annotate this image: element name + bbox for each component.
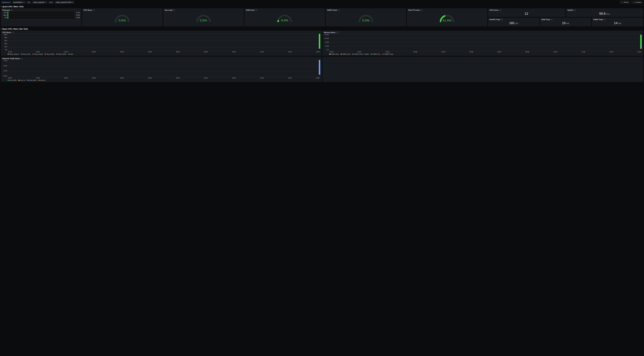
panel-cpu-basic[interactable]: CPU Basici 100%80%60%40%20%0% 18:0020:00…: [1, 31, 322, 56]
panel-title: RootFS Total: [490, 19, 500, 21]
panel-stat[interactable]: RAM Totali 15GiB: [540, 18, 591, 26]
legend-item[interactable]: RAM Total: [329, 53, 339, 55]
pressure-label: CPU: [2, 12, 7, 14]
legend-item[interactable]: RAM Used: [340, 53, 350, 55]
pressure-bar: [8, 12, 74, 14]
info-icon[interactable]: i: [338, 9, 340, 11]
gauge: 0.6%: [84, 12, 161, 25]
y-axis: 16 GiB12 GiB8 GiB4 GiB0 B: [324, 34, 329, 51]
external-link-icon: [621, 2, 622, 3]
gauge: 41.6%: [408, 12, 486, 25]
chevron-down-icon: [72, 2, 73, 3]
chart[interactable]: 16 GiB12 GiB8 GiB4 GiB0 B 18:0020:0022:0…: [324, 34, 642, 53]
row-quick[interactable]: ▾ Quick CPU / Mem / Disk: [1, 5, 643, 8]
link-label: GitHub: [624, 1, 629, 3]
legend-item[interactable]: Busy Other: [56, 53, 66, 55]
var-job-value[interactable]: node_exporter: [32, 1, 47, 4]
info-icon[interactable]: i: [336, 32, 338, 33]
panel-title: Pressure: [2, 9, 10, 11]
chevron-down-icon: ▾: [1, 6, 2, 8]
legend: Busy SystemBusy UserBusy IowaitBusy IRQs…: [2, 53, 320, 55]
var-label: Host: [50, 2, 53, 3]
info-icon[interactable]: i: [12, 32, 14, 33]
x-axis: 18:0020:0022:0000:0002:0004:0006:0008:00…: [8, 51, 320, 53]
panel-title: CPU Cores: [490, 9, 498, 11]
info-icon[interactable]: i: [604, 19, 606, 21]
var-label: Datasource: [2, 2, 10, 3]
plot-area: [8, 60, 320, 77]
row-title: Quick CPU / Mem / Disk: [2, 6, 24, 8]
pressure-row: Mem 0.0%: [2, 14, 80, 16]
panel-gauge[interactable]: Root FS Usedi 41.6%: [407, 8, 488, 26]
legend-item[interactable]: Idle: [68, 53, 73, 55]
pressure-row: CPU 0.1%: [2, 12, 80, 14]
var-value: node_exporter: [33, 1, 44, 3]
panel-network-basic[interactable]: Network Traffic Basici 0 b/s-2 kb/s-4 kb…: [1, 57, 322, 82]
legend-item[interactable]: Busy User: [21, 53, 30, 55]
info-icon[interactable]: i: [256, 9, 257, 11]
panel-title: Uptime: [567, 9, 573, 11]
panel-stat[interactable]: CPU Coresi 12: [488, 8, 565, 17]
legend-item[interactable]: trans lo: [38, 79, 46, 81]
plot-area: [329, 34, 642, 51]
gauge-value: 0.0%: [358, 19, 374, 22]
gauge-value: 41.6%: [439, 19, 455, 22]
info-icon[interactable]: i: [551, 19, 552, 21]
info-icon[interactable]: i: [173, 9, 175, 11]
info-icon[interactable]: i: [501, 19, 503, 21]
panel-title: RAM Total: [542, 19, 550, 21]
panel-disk-basic[interactable]: [322, 57, 643, 82]
panel-pressure[interactable]: Pressurei CPU 0.1% Mem 0.0% I/O 0.0%: [1, 8, 82, 26]
panel-gauge[interactable]: SWAP Usedi 0.0%: [326, 8, 406, 26]
chart[interactable]: 100%80%60%40%20%0% 18:0020:0022:0000:000…: [2, 34, 320, 53]
info-icon[interactable]: i: [21, 58, 22, 60]
legend-item[interactable]: SWAP Used: [382, 53, 393, 55]
var-host[interactable]: Host: [48, 1, 54, 4]
stats-column: CPU Coresi 12 Uptimei 58.8mins RootFS To…: [488, 8, 643, 26]
link-github[interactable]: GitHub: [620, 1, 630, 4]
external-link-icon: [633, 2, 634, 3]
stat-value: 58.8mins: [567, 12, 642, 16]
info-icon[interactable]: i: [500, 9, 501, 11]
legend-item[interactable]: recv lo: [18, 79, 25, 81]
chart[interactable]: 0 b/s-2 kb/s-4 kb/s-6 kb/s 18:0020:0022:…: [2, 60, 320, 79]
legend-item[interactable]: Busy System: [8, 53, 19, 55]
stat-value: 14GiB: [593, 21, 642, 26]
panel-stat[interactable]: SWAP Totali 14GiB: [592, 18, 643, 26]
info-icon[interactable]: i: [93, 9, 94, 11]
panel-gauge[interactable]: CPU Busyi 0.6%: [82, 8, 163, 26]
legend-item[interactable]: trans eth0: [27, 79, 36, 81]
var-value: node_exporter:9100: [56, 1, 71, 3]
legend-item[interactable]: recv eth0: [8, 79, 16, 81]
row-basic[interactable]: ▾ Basic CPU / Mem / Net / Disk: [1, 27, 643, 31]
pressure-bar: [8, 17, 74, 19]
panel-memory-basic[interactable]: Memory Basici 16 GiB12 GiB8 GiB4 GiB0 B …: [322, 31, 643, 56]
panel-stat[interactable]: Uptimei 58.8mins: [566, 8, 643, 17]
stat-value: 12: [490, 12, 564, 16]
link-grafana[interactable]: Grafana: [632, 1, 643, 4]
legend-item[interactable]: Busy IRQs: [44, 53, 54, 55]
legend-item[interactable]: Busy Iowait: [32, 53, 43, 55]
info-icon[interactable]: i: [420, 9, 422, 11]
legend-item[interactable]: RAM Cache + Buffer: [352, 53, 369, 55]
var-host-value[interactable]: node_exporter:9100: [54, 1, 74, 4]
var-datasource[interactable]: Datasource: [1, 1, 11, 4]
info-icon[interactable]: i: [574, 9, 576, 11]
pressure-value: 0.0%: [75, 17, 80, 19]
panel-gauge[interactable]: RAM Usedi 9.9%: [244, 8, 325, 26]
panel-gauge[interactable]: Sys Loadi 0.0%: [163, 8, 244, 26]
legend-item[interactable]: RAM Free: [371, 53, 380, 55]
stat-value: 182GiB: [490, 21, 538, 26]
panel-stat[interactable]: RootFS Totali 182GiB: [488, 18, 539, 26]
gauge-value: 9.9%: [277, 19, 292, 22]
gauge: 0.0%: [327, 12, 405, 25]
pressure-label: Mem: [2, 14, 7, 16]
chevron-down-icon: [45, 2, 46, 3]
pressure-value: 0.1%: [75, 12, 80, 14]
var-job[interactable]: Job: [26, 1, 31, 4]
plot-area: [8, 34, 320, 51]
info-icon[interactable]: i: [10, 9, 12, 11]
var-datasource-value[interactable]: prometheus: [12, 1, 25, 4]
panel-title: CPU Busy: [84, 9, 92, 11]
panel-title: RAM Used: [246, 9, 255, 11]
